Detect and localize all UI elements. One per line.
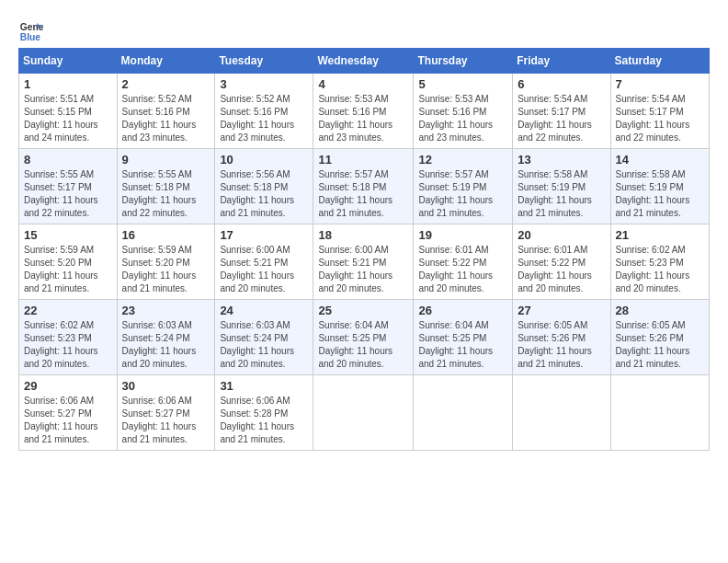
day-number: 9	[122, 153, 210, 167]
day-number: 21	[616, 228, 704, 242]
day-number: 22	[24, 304, 112, 317]
calendar-cell: 25Sunrise: 6:04 AM Sunset: 5:25 PM Dayli…	[313, 300, 414, 375]
day-info: Sunrise: 6:04 AM Sunset: 5:25 PM Dayligh…	[418, 319, 507, 371]
day-info: Sunrise: 5:57 AM Sunset: 5:18 PM Dayligh…	[318, 168, 408, 220]
calendar-week-row: 15Sunrise: 5:59 AM Sunset: 5:20 PM Dayli…	[19, 224, 710, 300]
day-number: 17	[220, 228, 308, 242]
day-number: 7	[616, 77, 704, 91]
calendar-cell: 14Sunrise: 5:58 AM Sunset: 5:19 PM Dayli…	[610, 149, 709, 224]
calendar-header: SundayMondayTuesdayWednesdayThursdayFrid…	[19, 49, 710, 74]
calendar-cell: 26Sunrise: 6:04 AM Sunset: 5:25 PM Dayli…	[414, 300, 513, 375]
day-info: Sunrise: 5:55 AM Sunset: 5:17 PM Dayligh…	[24, 168, 112, 220]
calendar-cell: 10Sunrise: 5:56 AM Sunset: 5:18 PM Dayli…	[215, 149, 313, 224]
day-number: 3	[220, 77, 308, 91]
calendar-cell: 1Sunrise: 5:51 AM Sunset: 5:15 PM Daylig…	[19, 74, 118, 149]
day-number: 11	[318, 153, 408, 167]
calendar-cell: 24Sunrise: 6:03 AM Sunset: 5:24 PM Dayli…	[215, 300, 313, 375]
calendar-cell: 13Sunrise: 5:58 AM Sunset: 5:19 PM Dayli…	[513, 149, 610, 224]
day-number: 4	[318, 77, 408, 91]
day-info: Sunrise: 5:54 AM Sunset: 5:17 PM Dayligh…	[616, 93, 704, 144]
day-info: Sunrise: 5:54 AM Sunset: 5:17 PM Dayligh…	[518, 93, 605, 144]
calendar-week-row: 22Sunrise: 6:02 AM Sunset: 5:23 PM Dayli…	[19, 300, 710, 375]
calendar-cell: 5Sunrise: 5:53 AM Sunset: 5:16 PM Daylig…	[414, 74, 513, 149]
calendar-cell: 12Sunrise: 5:57 AM Sunset: 5:19 PM Dayli…	[414, 149, 513, 224]
day-info: Sunrise: 5:51 AM Sunset: 5:15 PM Dayligh…	[24, 93, 112, 144]
day-number: 31	[220, 379, 308, 393]
calendar-cell	[313, 375, 414, 451]
calendar-cell: 18Sunrise: 6:00 AM Sunset: 5:21 PM Dayli…	[313, 224, 414, 300]
day-info: Sunrise: 6:02 AM Sunset: 5:23 PM Dayligh…	[616, 244, 704, 295]
calendar-cell: 20Sunrise: 6:01 AM Sunset: 5:22 PM Dayli…	[513, 224, 610, 300]
day-number: 16	[122, 228, 210, 242]
calendar-cell: 21Sunrise: 6:02 AM Sunset: 5:23 PM Dayli…	[610, 224, 709, 300]
day-number: 25	[318, 304, 408, 317]
calendar-week-row: 29Sunrise: 6:06 AM Sunset: 5:27 PM Dayli…	[19, 375, 710, 451]
calendar-cell: 30Sunrise: 6:06 AM Sunset: 5:27 PM Dayli…	[117, 375, 215, 451]
day-info: Sunrise: 6:02 AM Sunset: 5:23 PM Dayligh…	[24, 319, 112, 371]
calendar-cell: 15Sunrise: 5:59 AM Sunset: 5:20 PM Dayli…	[19, 224, 118, 300]
weekday-header-wednesday: Wednesday	[313, 49, 414, 74]
logo-icon: General Blue	[18, 18, 44, 44]
logo: General Blue	[18, 18, 44, 44]
calendar-cell: 8Sunrise: 5:55 AM Sunset: 5:17 PM Daylig…	[19, 149, 118, 224]
day-number: 10	[220, 153, 308, 167]
calendar-cell: 28Sunrise: 6:05 AM Sunset: 5:26 PM Dayli…	[610, 300, 709, 375]
day-number: 2	[122, 77, 210, 91]
day-number: 14	[616, 153, 704, 167]
day-info: Sunrise: 5:52 AM Sunset: 5:16 PM Dayligh…	[220, 93, 308, 144]
weekday-header-row: SundayMondayTuesdayWednesdayThursdayFrid…	[19, 49, 710, 74]
page-header: General Blue	[18, 18, 710, 44]
day-info: Sunrise: 6:06 AM Sunset: 5:27 PM Dayligh…	[122, 395, 210, 446]
day-number: 23	[122, 304, 210, 317]
calendar-cell: 16Sunrise: 5:59 AM Sunset: 5:20 PM Dayli…	[117, 224, 215, 300]
day-info: Sunrise: 6:03 AM Sunset: 5:24 PM Dayligh…	[122, 319, 210, 371]
day-info: Sunrise: 5:53 AM Sunset: 5:16 PM Dayligh…	[318, 93, 408, 144]
day-info: Sunrise: 5:55 AM Sunset: 5:18 PM Dayligh…	[122, 168, 210, 220]
calendar-cell	[610, 375, 709, 451]
day-info: Sunrise: 6:01 AM Sunset: 5:22 PM Dayligh…	[418, 244, 507, 295]
weekday-header-monday: Monday	[117, 49, 215, 74]
svg-text:Blue: Blue	[20, 32, 41, 42]
calendar-cell	[513, 375, 610, 451]
calendar-body: 1Sunrise: 5:51 AM Sunset: 5:15 PM Daylig…	[19, 74, 710, 451]
calendar-week-row: 8Sunrise: 5:55 AM Sunset: 5:17 PM Daylig…	[19, 149, 710, 224]
day-number: 24	[220, 304, 308, 317]
day-info: Sunrise: 6:05 AM Sunset: 5:26 PM Dayligh…	[616, 319, 704, 371]
day-number: 1	[24, 77, 112, 91]
day-number: 28	[616, 304, 704, 317]
day-info: Sunrise: 5:57 AM Sunset: 5:19 PM Dayligh…	[418, 168, 507, 220]
day-number: 6	[518, 77, 605, 91]
calendar-cell: 7Sunrise: 5:54 AM Sunset: 5:17 PM Daylig…	[610, 74, 709, 149]
calendar-cell: 22Sunrise: 6:02 AM Sunset: 5:23 PM Dayli…	[19, 300, 118, 375]
day-info: Sunrise: 6:03 AM Sunset: 5:24 PM Dayligh…	[220, 319, 308, 371]
day-info: Sunrise: 6:04 AM Sunset: 5:25 PM Dayligh…	[318, 319, 408, 371]
day-number: 29	[24, 379, 112, 393]
day-info: Sunrise: 6:05 AM Sunset: 5:26 PM Dayligh…	[518, 319, 605, 371]
day-info: Sunrise: 5:52 AM Sunset: 5:16 PM Dayligh…	[122, 93, 210, 144]
calendar-cell: 23Sunrise: 6:03 AM Sunset: 5:24 PM Dayli…	[117, 300, 215, 375]
weekday-header-thursday: Thursday	[414, 49, 513, 74]
calendar-cell: 31Sunrise: 6:06 AM Sunset: 5:28 PM Dayli…	[215, 375, 313, 451]
day-info: Sunrise: 5:56 AM Sunset: 5:18 PM Dayligh…	[220, 168, 308, 220]
day-number: 8	[24, 153, 112, 167]
day-number: 27	[518, 304, 605, 317]
day-info: Sunrise: 6:00 AM Sunset: 5:21 PM Dayligh…	[220, 244, 308, 295]
day-info: Sunrise: 6:00 AM Sunset: 5:21 PM Dayligh…	[318, 244, 408, 295]
calendar-cell: 17Sunrise: 6:00 AM Sunset: 5:21 PM Dayli…	[215, 224, 313, 300]
calendar-cell	[414, 375, 513, 451]
day-number: 15	[24, 228, 112, 242]
day-number: 18	[318, 228, 408, 242]
weekday-header-saturday: Saturday	[610, 49, 709, 74]
calendar-week-row: 1Sunrise: 5:51 AM Sunset: 5:15 PM Daylig…	[19, 74, 710, 149]
weekday-header-sunday: Sunday	[19, 49, 118, 74]
day-info: Sunrise: 6:06 AM Sunset: 5:28 PM Dayligh…	[220, 395, 308, 446]
weekday-header-friday: Friday	[513, 49, 610, 74]
day-number: 12	[418, 153, 507, 167]
calendar-table: SundayMondayTuesdayWednesdayThursdayFrid…	[18, 48, 710, 451]
calendar-cell: 4Sunrise: 5:53 AM Sunset: 5:16 PM Daylig…	[313, 74, 414, 149]
day-number: 30	[122, 379, 210, 393]
day-info: Sunrise: 5:58 AM Sunset: 5:19 PM Dayligh…	[616, 168, 704, 220]
day-number: 13	[518, 153, 605, 167]
calendar-cell: 9Sunrise: 5:55 AM Sunset: 5:18 PM Daylig…	[117, 149, 215, 224]
day-info: Sunrise: 5:58 AM Sunset: 5:19 PM Dayligh…	[518, 168, 605, 220]
